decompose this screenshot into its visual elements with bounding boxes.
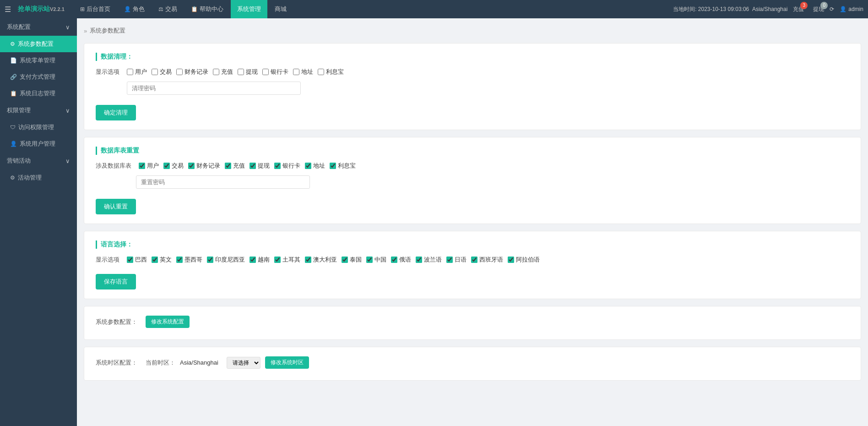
nav-help[interactable]: 📋 帮助中心 (184, 0, 230, 18)
sidebar-section-perm-mgmt[interactable]: 权限管理 ∨ (0, 102, 77, 119)
dr-trade-checkbox[interactable]: 交易 (163, 162, 184, 170)
lang-china-input[interactable] (366, 257, 373, 263)
dr-withdraw-checkbox[interactable]: 提现 (250, 162, 270, 170)
dr-bankcard-input[interactable] (274, 163, 281, 169)
sidebar-item-activity-mgmt[interactable]: ⚙ 活动管理 (0, 169, 77, 186)
lang-arabic-input[interactable] (508, 257, 514, 263)
lang-vietnam-checkbox[interactable]: 越南 (250, 256, 270, 264)
dr-finance-input[interactable] (188, 163, 195, 169)
data-clear-options-label: 显示选项 (96, 68, 119, 76)
dr-user-input[interactable] (139, 163, 145, 169)
dc-finance-checkbox[interactable]: 财务记录 (176, 68, 208, 76)
lang-en-checkbox[interactable]: 英文 (152, 256, 172, 264)
dc-address-input[interactable] (293, 69, 299, 75)
data-clear-password-input[interactable] (127, 82, 301, 95)
dr-withdraw-input[interactable] (250, 163, 256, 169)
top-right-area: 当地时间: 2023-10-13 09:03:06 Asia/Shanghai … (673, 5, 863, 13)
nav-role[interactable]: 👤 角色 (118, 0, 151, 18)
sidebar-section-system-config[interactable]: 系统配置 ∨ (0, 18, 77, 36)
lang-japan-input[interactable] (446, 257, 453, 263)
dc-withdraw-checkbox[interactable]: 提现 (238, 68, 258, 76)
timezone-modify-btn[interactable]: 修改系统时区 (265, 356, 309, 369)
dc-trade-input[interactable] (152, 69, 158, 75)
time-display: 当地时间: 2023-10-13 09:03:06 Asia/Shanghai (673, 5, 787, 13)
activity-icon: ⚙ (10, 175, 15, 181)
dc-finance-input[interactable] (176, 69, 183, 75)
nav-dashboard[interactable]: ⊞ 后台首页 (74, 0, 117, 18)
dc-interest-checkbox[interactable]: 利息宝 (318, 68, 344, 76)
sys-config-row: 系统参数配置： 修改系统配置 (96, 316, 849, 328)
lang-spain-input[interactable] (471, 257, 477, 263)
withdraw-btn[interactable]: 提现 0 (813, 5, 824, 13)
lang-australia-input[interactable] (305, 257, 311, 263)
dc-user-checkbox[interactable]: 用户 (127, 68, 147, 76)
sidebar-item-sys-log[interactable]: 📋 系统日志管理 (0, 85, 77, 102)
lang-vietnam-input[interactable] (250, 257, 256, 263)
nav-shop[interactable]: 商城 (268, 0, 293, 18)
timezone-select[interactable]: 请选择 (227, 357, 260, 369)
dc-recharge-checkbox[interactable]: 充值 (213, 68, 233, 76)
dc-trade-checkbox[interactable]: 交易 (152, 68, 172, 76)
dc-recharge-input[interactable] (213, 69, 219, 75)
lang-poland-checkbox[interactable]: 波兰语 (416, 256, 442, 264)
dc-user-input[interactable] (127, 69, 133, 75)
lang-brazil-input[interactable] (127, 257, 133, 263)
nav-system[interactable]: 系统管理 (231, 0, 267, 18)
lang-mexico-checkbox[interactable]: 墨西哥 (176, 256, 202, 264)
data-clear-confirm-btn[interactable]: 确定清理 (96, 105, 136, 120)
dr-interest-checkbox[interactable]: 利息宝 (330, 162, 356, 170)
lang-mexico-input[interactable] (176, 257, 183, 263)
lang-turkey-checkbox[interactable]: 土耳其 (274, 256, 300, 264)
dc-bankcard-checkbox[interactable]: 银行卡 (262, 68, 288, 76)
lang-thailand-checkbox[interactable]: 泰国 (342, 256, 362, 264)
dr-finance-checkbox[interactable]: 财务记录 (188, 162, 220, 170)
sidebar-item-access-ctrl[interactable]: 🛡 访问权限管理 (0, 119, 77, 136)
dc-address-checkbox[interactable]: 地址 (293, 68, 313, 76)
language-options-row: 显示选项 巴西 英文 墨西哥 印度尼西亚 (96, 256, 849, 264)
lang-brazil-checkbox[interactable]: 巴西 (127, 256, 147, 264)
dr-bankcard-checkbox[interactable]: 银行卡 (274, 162, 300, 170)
sys-config-title: 系统参数配置： (96, 318, 137, 326)
lang-japan-checkbox[interactable]: 日语 (446, 256, 467, 264)
lang-turkey-input[interactable] (274, 257, 281, 263)
dr-trade-input[interactable] (163, 163, 170, 169)
dr-user-checkbox[interactable]: 用户 (139, 162, 159, 170)
db-reset-password-input[interactable] (136, 175, 310, 189)
dc-interest-input[interactable] (318, 69, 324, 75)
dr-recharge-input[interactable] (225, 163, 231, 169)
hamburger-icon[interactable]: ☰ (5, 5, 11, 14)
lang-thailand-input[interactable] (342, 257, 348, 263)
lang-poland-input[interactable] (416, 257, 422, 263)
dr-address-input[interactable] (305, 163, 311, 169)
db-reset-confirm-btn[interactable]: 确认重置 (96, 199, 136, 214)
lang-en-input[interactable] (152, 257, 158, 263)
lang-indonesia-checkbox[interactable]: 印度尼西亚 (207, 256, 245, 264)
top-nav: ☰ 抢单演示站V2.2.1 ⊞ 后台首页 👤 角色 ⚖ 交易 📋 帮助中心 系统… (0, 0, 868, 18)
dr-interest-input[interactable] (330, 163, 336, 169)
dc-withdraw-input[interactable] (238, 69, 244, 75)
lang-indonesia-input[interactable] (207, 257, 213, 263)
lang-arabic-checkbox[interactable]: 阿拉伯语 (508, 256, 540, 264)
data-clear-title: 数据清理： (96, 53, 849, 61)
lang-russia-checkbox[interactable]: 俄语 (391, 256, 411, 264)
recharge-btn[interactable]: 充值 3 (793, 5, 804, 13)
timezone-config-row: 系统时区配置： 当前时区： Asia/Shanghai 请选择 修改系统时区 (96, 356, 849, 369)
user-icon: 👤 (840, 6, 846, 12)
sidebar-item-sys-param[interactable]: ⚙ 系统参数配置 (0, 36, 77, 52)
lang-china-checkbox[interactable]: 中国 (366, 256, 386, 264)
sidebar-item-sys-user[interactable]: 👤 系统用户管理 (0, 136, 77, 152)
sidebar-section-marketing[interactable]: 营销活动 ∨ (0, 152, 77, 169)
dr-address-checkbox[interactable]: 地址 (305, 162, 325, 170)
dr-recharge-checkbox[interactable]: 充值 (225, 162, 245, 170)
dc-bankcard-input[interactable] (262, 69, 269, 75)
lang-australia-checkbox[interactable]: 澳大利亚 (305, 256, 337, 264)
data-clear-card: 数据清理： 显示选项 用户 交易 财务记录 充值 (84, 43, 861, 130)
refresh-icon[interactable]: ⟳ (830, 6, 834, 12)
nav-trade[interactable]: ⚖ 交易 (152, 0, 184, 18)
language-save-btn[interactable]: 保存语言 (96, 274, 136, 289)
sys-config-modify-btn[interactable]: 修改系统配置 (146, 316, 190, 328)
sidebar-item-payment[interactable]: 🔗 支付方式管理 (0, 69, 77, 85)
lang-russia-input[interactable] (391, 257, 397, 263)
lang-spain-checkbox[interactable]: 西班牙语 (471, 256, 503, 264)
sidebar-item-sys-order[interactable]: 📄 系统零单管理 (0, 52, 77, 69)
